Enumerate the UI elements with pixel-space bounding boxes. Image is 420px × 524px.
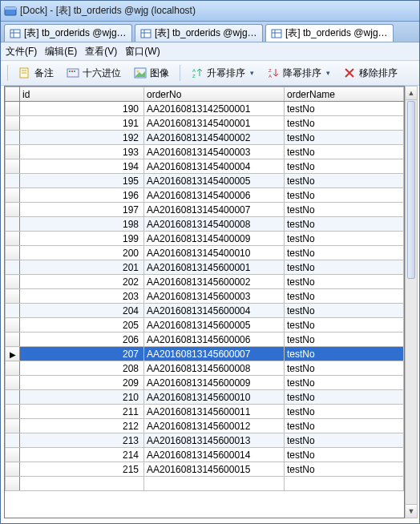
col-header-orderno[interactable]: orderNo	[144, 87, 285, 102]
row-header[interactable]	[6, 116, 20, 131]
cell-ordername[interactable]: testNo	[285, 289, 404, 304]
cell-orderno[interactable]: AA20160813142500001	[144, 102, 285, 116]
hex-button[interactable]: 十六进位	[61, 62, 127, 83]
cell-ordername[interactable]: testNo	[285, 275, 404, 289]
row-header[interactable]	[6, 433, 20, 448]
row-header[interactable]	[6, 390, 20, 405]
cell-ordername[interactable]: testNo	[285, 188, 404, 203]
cell-id[interactable]: 205	[20, 318, 144, 333]
cell-orderno[interactable]: AA20160813145400008	[144, 217, 285, 232]
cell-id[interactable]: 208	[20, 361, 144, 376]
menu-window[interactable]: 窗口(W)	[125, 45, 160, 58]
table-row[interactable]: 207AA20160813145600007testNo	[6, 347, 404, 361]
vertical-scrollbar[interactable]: ▲ ▼	[405, 86, 418, 518]
cell-id[interactable]: 212	[20, 419, 144, 433]
cell-id[interactable]: 201	[20, 260, 144, 275]
col-header-ordername[interactable]: orderName	[285, 87, 404, 102]
table-row[interactable]: 215AA20160813145600015testNo	[6, 462, 404, 477]
cell-orderno[interactable]: AA20160813145600004	[144, 304, 285, 318]
remove-sort-button[interactable]: 移除排序	[337, 62, 403, 83]
row-header[interactable]	[6, 246, 20, 260]
row-header[interactable]	[6, 217, 20, 232]
table-row[interactable]: 212AA20160813145600012testNo	[6, 419, 404, 433]
table-row[interactable]: 213AA20160813145600013testNo	[6, 433, 404, 448]
cell-orderno[interactable]: AA20160813145600011	[144, 405, 285, 419]
cell-ordername[interactable]: testNo	[285, 333, 404, 347]
cell-id[interactable]: 195	[20, 174, 144, 188]
cell-ordername[interactable]: testNo	[285, 217, 404, 232]
cell-ordername[interactable]: testNo	[285, 131, 404, 145]
row-header-corner[interactable]	[6, 87, 20, 102]
data-grid[interactable]: id orderNo orderName 190AA20160813142500…	[4, 86, 405, 518]
sort-desc-button[interactable]: ZA 降幂排序 ▾	[261, 62, 336, 83]
cell-id[interactable]: 203	[20, 289, 144, 304]
cell-ordername[interactable]: testNo	[285, 433, 404, 448]
row-header[interactable]	[6, 462, 20, 477]
row-header[interactable]	[6, 448, 20, 462]
cell-orderno[interactable]: AA20160813145600005	[144, 318, 285, 333]
cell-id[interactable]: 193	[20, 145, 144, 159]
cell-id[interactable]: 198	[20, 217, 144, 232]
row-header[interactable]	[6, 174, 20, 188]
cell-ordername[interactable]: testNo	[285, 390, 404, 405]
row-header[interactable]	[6, 376, 20, 390]
cell-id[interactable]: 190	[20, 102, 144, 116]
row-header[interactable]	[6, 188, 20, 203]
table-row[interactable]: 204AA20160813145600004testNo	[6, 304, 404, 318]
row-header[interactable]	[6, 405, 20, 419]
cell-ordername[interactable]	[285, 477, 404, 491]
table-row[interactable]: 210AA20160813145600010testNo	[6, 390, 404, 405]
cell-id[interactable]: 210	[20, 390, 144, 405]
cell-orderno[interactable]: AA20160813145400001	[144, 116, 285, 131]
cell-ordername[interactable]: testNo	[285, 448, 404, 462]
cell-orderno[interactable]: AA20160813145600007	[144, 347, 285, 361]
row-header[interactable]	[6, 304, 20, 318]
menu-file[interactable]: 文件(F)	[6, 45, 37, 58]
cell-id[interactable]: 207	[20, 347, 144, 361]
cell-ordername[interactable]: testNo	[285, 405, 404, 419]
cell-orderno[interactable]: AA20160813145600012	[144, 419, 285, 433]
table-row[interactable]: 195AA20160813145400005testNo	[6, 174, 404, 188]
cell-id[interactable]: 194	[20, 159, 144, 174]
tab-0[interactable]: [表] tb_orderids @wjg (lo...	[4, 24, 132, 42]
cell-ordername[interactable]: testNo	[285, 260, 404, 275]
scroll-thumb[interactable]	[407, 101, 415, 279]
cell-id[interactable]: 211	[20, 405, 144, 419]
row-header[interactable]	[6, 477, 20, 491]
cell-orderno[interactable]: AA20160813145400004	[144, 159, 285, 174]
cell-ordername[interactable]: testNo	[285, 174, 404, 188]
table-row[interactable]: 205AA20160813145600005testNo	[6, 318, 404, 333]
cell-ordername[interactable]: testNo	[285, 203, 404, 217]
cell-orderno[interactable]: AA20160813145600009	[144, 376, 285, 390]
table-row[interactable]: 196AA20160813145400006testNo	[6, 188, 404, 203]
row-header[interactable]	[6, 275, 20, 289]
table-row[interactable]: 197AA20160813145400007testNo	[6, 203, 404, 217]
cell-id[interactable]: 192	[20, 131, 144, 145]
tab-1[interactable]: [表] tb_orderids @wjg (lo...	[135, 24, 263, 42]
cell-orderno[interactable]: AA20160813145600014	[144, 448, 285, 462]
cell-orderno[interactable]: AA20160813145400006	[144, 188, 285, 203]
cell-id[interactable]: 197	[20, 203, 144, 217]
cell-orderno[interactable]	[144, 477, 285, 491]
table-row[interactable]: 214AA20160813145600014testNo	[6, 448, 404, 462]
cell-ordername[interactable]: testNo	[285, 116, 404, 131]
row-header[interactable]	[6, 347, 20, 361]
cell-orderno[interactable]: AA20160813145400002	[144, 131, 285, 145]
image-button[interactable]: 图像	[128, 62, 175, 83]
cell-orderno[interactable]: AA20160813145600010	[144, 390, 285, 405]
cell-orderno[interactable]: AA20160813145400010	[144, 246, 285, 260]
table-row[interactable]: 193AA20160813145400003testNo	[6, 145, 404, 159]
table-row[interactable]: 211AA20160813145600011testNo	[6, 405, 404, 419]
row-header[interactable]	[6, 159, 20, 174]
table-row[interactable]: 191AA20160813145400001testNo	[6, 116, 404, 131]
cell-ordername[interactable]: testNo	[285, 159, 404, 174]
title-bar[interactable]: [Dock] - [表] tb_orderids @wjg (localhost…	[1, 1, 419, 22]
cell-ordername[interactable]: testNo	[285, 376, 404, 390]
cell-orderno[interactable]: AA20160813145400007	[144, 203, 285, 217]
cell-ordername[interactable]: testNo	[285, 462, 404, 477]
cell-ordername[interactable]: testNo	[285, 347, 404, 361]
row-header[interactable]	[6, 333, 20, 347]
row-header[interactable]	[6, 260, 20, 275]
cell-id[interactable]: 204	[20, 304, 144, 318]
cell-ordername[interactable]: testNo	[285, 232, 404, 246]
